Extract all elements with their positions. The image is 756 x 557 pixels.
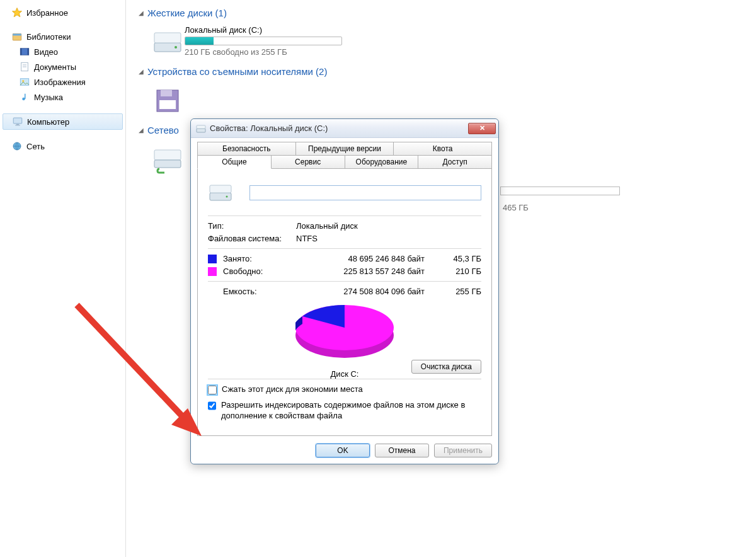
sidebar-label: Документы xyxy=(34,62,76,72)
sidebar-item-network[interactable]: Сеть xyxy=(0,139,125,154)
compress-checkbox-row: Сжать этот диск для экономии места xyxy=(208,384,481,395)
video-icon xyxy=(19,46,30,57)
index-label[interactable]: Разрешить индексировать содержимое файло… xyxy=(221,400,481,422)
sidebar-item-music[interactable]: Музыка xyxy=(0,89,125,105)
used-label: Занято: xyxy=(223,254,296,263)
star-icon xyxy=(11,7,23,18)
sidebar-item-video[interactable]: Видео xyxy=(0,44,125,59)
sidebar-item-favorites[interactable]: Избранное xyxy=(0,5,125,20)
svg-marker-0 xyxy=(13,8,22,17)
capacity-gb: 255 ГБ xyxy=(437,287,481,296)
type-label: Тип: xyxy=(208,221,296,231)
tab-quota[interactable]: Квота xyxy=(394,142,492,155)
drive-free-text: 210 ГБ свободно из 255 ГБ xyxy=(185,47,371,57)
free-color-swatch xyxy=(208,267,217,276)
svg-rect-22 xyxy=(159,100,176,109)
floppy-icon xyxy=(151,84,185,115)
sidebar-label: Компьютер xyxy=(27,117,69,127)
apply-button[interactable]: Применить xyxy=(434,444,492,457)
dialog-titlebar[interactable]: Свойства: Локальный диск (C:) ✕ xyxy=(191,119,498,138)
tab-panel-general: Тип: Локальный диск Файловая система: NT… xyxy=(197,168,492,436)
dialog-title: Свойства: Локальный диск (C:) xyxy=(210,123,468,133)
drive-tile-floppy[interactable] xyxy=(147,81,374,118)
capacity-label: Емкость: xyxy=(223,287,296,296)
free-bytes: 225 813 557 248 байт xyxy=(296,267,437,276)
drive-tile-c[interactable]: Локальный диск (C:) 210 ГБ свободно из 2… xyxy=(147,22,374,60)
libraries-icon xyxy=(11,31,23,42)
sidebar-label: Видео xyxy=(34,47,58,57)
collapse-icon: ◢ xyxy=(139,68,144,75)
svg-rect-24 xyxy=(154,160,181,168)
disk-cleanup-button[interactable]: Очистка диска xyxy=(411,360,481,374)
tab-row-bottom: Общие Сервис Оборудование Доступ xyxy=(197,155,492,169)
svg-rect-14 xyxy=(16,124,20,125)
svg-rect-28 xyxy=(210,185,231,193)
sidebar-label: Сеть xyxy=(26,142,45,151)
drive-space-bar xyxy=(185,37,342,45)
used-gb: 45,3 ГБ xyxy=(437,254,481,263)
svg-point-19 xyxy=(175,46,177,49)
network-icon xyxy=(11,141,23,152)
images-icon xyxy=(19,76,30,88)
svg-rect-12 xyxy=(25,94,26,99)
tab-general[interactable]: Общие xyxy=(197,155,272,169)
svg-rect-2 xyxy=(13,34,21,36)
filesystem-value: NTFS xyxy=(296,234,481,243)
svg-rect-15 xyxy=(15,125,20,125)
svg-rect-13 xyxy=(13,118,22,123)
cancel-button[interactable]: Отмена xyxy=(375,444,429,457)
index-checkbox-row: Разрешить индексировать содержимое файло… xyxy=(208,400,481,422)
svg-rect-25 xyxy=(197,129,205,132)
tab-row-top: Безопасность Предыдущие версии Квота xyxy=(197,142,492,155)
ok-button[interactable]: OK xyxy=(316,444,370,457)
tab-tools[interactable]: Сервис xyxy=(272,155,345,169)
svg-rect-18 xyxy=(154,33,181,43)
sidebar-label: Библиотеки xyxy=(26,32,71,42)
drive-icon xyxy=(196,123,206,134)
used-color-swatch xyxy=(208,255,217,263)
sidebar-label: Музыка xyxy=(34,93,63,102)
drive-large-icon xyxy=(208,180,233,205)
collapse-icon: ◢ xyxy=(139,9,144,16)
svg-rect-4 xyxy=(20,49,21,55)
tab-sharing[interactable]: Доступ xyxy=(418,155,492,169)
tab-security[interactable]: Безопасность xyxy=(197,142,296,155)
sidebar-item-computer[interactable]: Компьютер xyxy=(3,113,123,130)
svg-rect-26 xyxy=(197,125,205,129)
svg-rect-27 xyxy=(210,193,231,200)
compress-checkbox[interactable] xyxy=(208,386,217,394)
sidebar-label: Изображения xyxy=(34,78,86,87)
index-checkbox[interactable] xyxy=(208,401,216,410)
section-hard-disks[interactable]: ◢Жесткие диски (1) xyxy=(139,8,743,18)
drive-name: Локальный диск (C:) xyxy=(185,25,371,35)
svg-rect-5 xyxy=(28,49,29,55)
partial-bar xyxy=(500,187,620,195)
documents-icon xyxy=(19,61,30,72)
partial-text: 465 ГБ xyxy=(503,203,529,212)
navigation-sidebar: Избранное Библиотеки Видео Документы Изо… xyxy=(0,0,126,557)
section-removable[interactable]: ◢Устройства со съемными носителями (2) xyxy=(139,66,743,77)
sidebar-item-documents[interactable]: Документы xyxy=(0,59,125,74)
compress-label[interactable]: Сжать этот диск для экономии места xyxy=(222,384,363,395)
type-value: Локальный диск xyxy=(296,221,481,231)
filesystem-label: Файловая система: xyxy=(208,234,296,243)
drive-label-input[interactable] xyxy=(249,185,481,200)
close-button[interactable]: ✕ xyxy=(468,123,496,134)
sidebar-label: Избранное xyxy=(26,8,68,18)
capacity-bytes: 274 508 804 096 байт xyxy=(296,287,437,296)
tab-previous-versions[interactable]: Предыдущие версии xyxy=(296,142,394,155)
collapse-icon: ◢ xyxy=(139,127,144,134)
svg-point-29 xyxy=(226,196,228,198)
music-icon xyxy=(19,91,30,103)
computer-icon xyxy=(12,116,23,127)
sidebar-item-images[interactable]: Изображения xyxy=(0,74,125,89)
svg-rect-9 xyxy=(20,79,29,86)
sidebar-item-libraries[interactable]: Библиотеки xyxy=(0,29,125,44)
tab-hardware[interactable]: Оборудование xyxy=(345,155,419,169)
used-bytes: 48 695 246 848 байт xyxy=(296,254,437,263)
svg-rect-21 xyxy=(161,90,172,96)
drive-icon xyxy=(151,25,185,57)
network-drive-icon xyxy=(151,142,185,174)
svg-rect-23 xyxy=(154,150,181,160)
free-gb: 210 ГБ xyxy=(437,267,481,276)
